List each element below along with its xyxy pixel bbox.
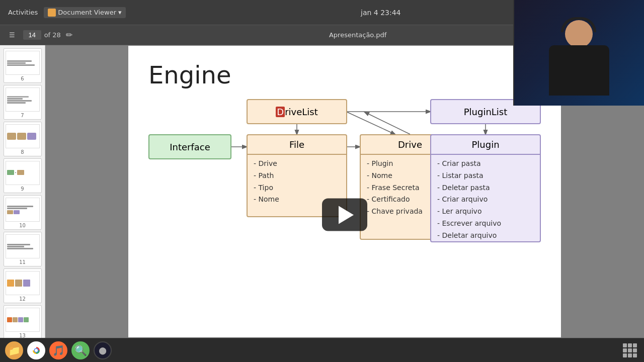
interface-box: Interface (148, 134, 231, 159)
person-body (549, 45, 609, 96)
taskbar-apps-grid-button[interactable] (621, 341, 639, 359)
file-item-2: - Path (254, 170, 340, 182)
plugin-content: - Criar pasta - Listar pasta - Deletar p… (431, 155, 540, 245)
taskbar-chrome-button[interactable] (27, 341, 45, 359)
taskbar-files-button[interactable]: 📁 (5, 341, 23, 359)
plugin-item-6: - Escrever arquivo (437, 218, 534, 230)
drivelist-highlight: D (276, 107, 285, 117)
doc-icon (48, 9, 56, 17)
thumb-num-9: 9 (21, 186, 24, 192)
diagram-container: DriveList PluginList Interface File - Dr… (148, 99, 541, 330)
taskbar-music-button[interactable]: 🎵 (49, 341, 67, 359)
thumb-page-8[interactable]: 8 (4, 122, 42, 156)
plugin-item-2: - Listar pasta (437, 170, 534, 182)
svg-point-10 (35, 349, 38, 352)
thumb-num-13: 13 (19, 333, 26, 338)
thumb-num-10: 10 (19, 223, 26, 228)
plugin-header: Plugin (431, 135, 540, 155)
taskbar-obs-button[interactable]: ⬤ (94, 341, 112, 359)
thumb-num-7: 7 (21, 113, 24, 118)
doc-viewer-button[interactable]: Document Viewer ▾ (44, 7, 125, 18)
plugin-item-1: - Criar pasta (437, 158, 534, 170)
page-total-label: of 28 (44, 31, 61, 39)
interface-header: Interface (149, 140, 230, 154)
sidebar-toggle-button[interactable]: ☰ (6, 30, 18, 40)
topbar-time: jan 4 23:44 (361, 9, 401, 17)
file-item-1: - Drive (254, 158, 340, 170)
thumb-page-12[interactable]: 12 (4, 268, 42, 303)
activities-button[interactable]: Activities (8, 9, 38, 16)
file-header: File (248, 135, 346, 155)
sidebar-thumbnails: 6 7 8 (0, 45, 45, 338)
thumb-preview-12 (6, 271, 40, 295)
person-silhouette (534, 15, 624, 106)
plugin-box: Plugin - Criar pasta - Listar pasta - De… (430, 134, 541, 242)
pdf-page: Engine (128, 46, 561, 337)
plugin-item-5: - Ler arquivo (437, 206, 534, 218)
thumb-preview-9 (6, 161, 40, 185)
thumb-page-11[interactable]: 11 (4, 232, 42, 266)
pencil-button[interactable]: ✏ (66, 30, 72, 40)
pluginlist-header: PluginList (431, 105, 540, 119)
thumb-num-8: 8 (21, 149, 24, 155)
plugin-item-7: - Deletar arquivo (437, 230, 534, 242)
doc-viewer-label: Document Viewer (58, 9, 116, 16)
drivelist-label-post: riveList (285, 107, 318, 117)
thumb-preview-7 (6, 87, 40, 112)
drivelist-box: DriveList (247, 99, 347, 124)
person-head (565, 20, 593, 48)
thumb-preview-10 (6, 198, 40, 222)
svg-line-3 (365, 112, 410, 134)
thumb-num-12: 12 (19, 296, 26, 302)
taskbar-search-button[interactable]: 🔍 (71, 341, 90, 359)
webcam-overlay (513, 0, 644, 106)
webcam-feed (514, 0, 644, 106)
thumb-page-9[interactable]: 9 (4, 158, 42, 193)
slide-title: Engine (148, 61, 541, 89)
page-number-input[interactable] (23, 30, 41, 40)
play-triangle-icon (339, 206, 354, 224)
chevron-down-icon: ▾ (118, 9, 122, 16)
taskbar: 📁 🎵 🔍 ⬤ (0, 338, 644, 362)
video-play-button[interactable] (322, 199, 367, 231)
thumb-preview-8 (6, 124, 40, 148)
svg-line-4 (347, 112, 395, 134)
thumb-num-6: 6 (21, 76, 24, 81)
thumb-preview-6 (6, 51, 40, 75)
thumb-page-10[interactable]: 10 (4, 195, 42, 230)
thumb-page-6[interactable]: 6 (4, 48, 42, 83)
page-info: of 28 (23, 30, 61, 40)
thumb-preview-11 (6, 234, 40, 258)
thumb-page-13[interactable]: 13 (4, 305, 42, 338)
thumb-num-11: 11 (19, 259, 26, 265)
thumb-preview-13 (6, 308, 40, 332)
main-content: 6 7 8 (0, 45, 644, 338)
file-item-3: - Tipo (254, 182, 340, 194)
topbar-left: Activities Document Viewer ▾ (8, 7, 126, 18)
plugin-item-4: - Criar arquivo (437, 194, 534, 206)
plugin-item-3: - Deletar pasta (437, 182, 534, 194)
drivelist-header: DriveList (248, 105, 346, 119)
thumb-page-7[interactable]: 7 (4, 85, 42, 120)
